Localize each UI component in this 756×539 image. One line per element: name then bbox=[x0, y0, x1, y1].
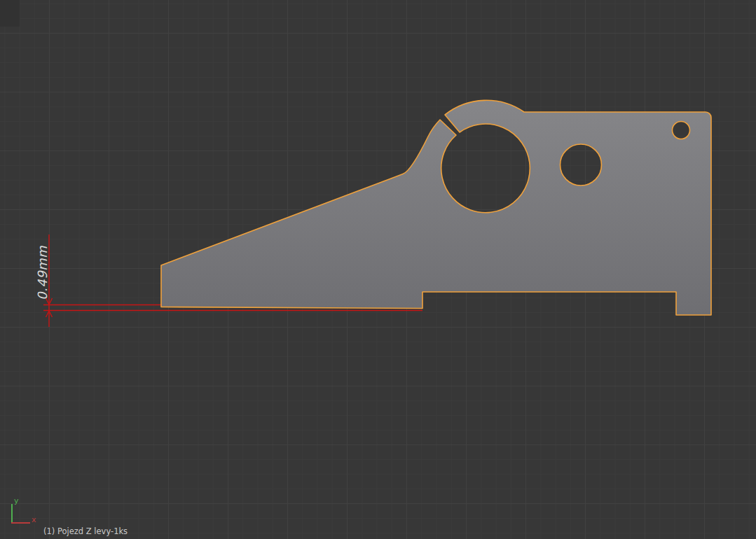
axis-gizmo: y x bbox=[11, 496, 36, 524]
x-axis-label: x bbox=[32, 515, 36, 524]
3d-viewport[interactable]: 0.49mm y x (1) Pojezd Z levy-1ks bbox=[0, 0, 756, 539]
dimension-value-label: 0.49mm bbox=[35, 246, 50, 300]
viewport-canvas: 0.49mm y x (1) Pojezd Z levy-1ks bbox=[0, 0, 756, 539]
part-mesh-pojezd[interactable] bbox=[161, 100, 711, 315]
status-object-name: (1) Pojezd Z levy-1ks bbox=[43, 526, 128, 536]
y-axis-label: y bbox=[14, 496, 19, 505]
